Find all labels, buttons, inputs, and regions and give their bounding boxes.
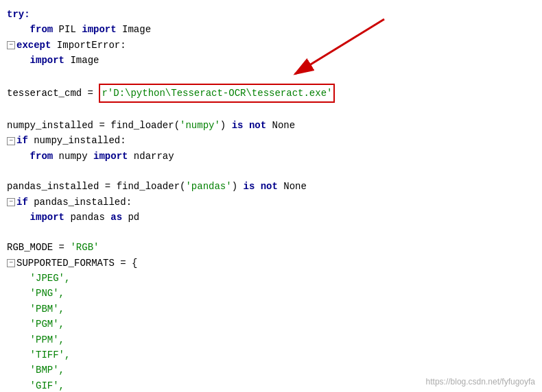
jpeg-string: 'JPEG', bbox=[30, 271, 71, 286]
jpeg-line: 'JPEG', bbox=[7, 271, 535, 286]
import-keyword3: import bbox=[93, 149, 128, 164]
pandas-installed-line: pandas_installed = find_loader( 'pandas'… bbox=[7, 179, 535, 194]
indent bbox=[7, 149, 30, 164]
gif-string: 'GIF', bbox=[30, 378, 64, 392]
indent bbox=[7, 363, 30, 378]
except-line: − except ImportError: bbox=[7, 38, 535, 53]
indent bbox=[7, 378, 30, 392]
pandas-installed-text: pandas_installed = find_loader( bbox=[7, 179, 185, 194]
tesseract-line: tesseract_cmd = r'D:\python\Tesseract-OC… bbox=[7, 84, 535, 103]
collapse-except-icon[interactable]: − bbox=[7, 41, 15, 49]
if-numpy-line: − if numpy_installed: bbox=[7, 133, 535, 148]
importerror-text: ImportError: bbox=[51, 38, 126, 53]
pandas-is-not: ) bbox=[232, 179, 244, 194]
is-not-keyword2: is not bbox=[243, 179, 277, 194]
pbm-line: 'PBM', bbox=[7, 302, 535, 317]
empty-line-4 bbox=[7, 225, 535, 240]
if-keyword: if bbox=[16, 133, 28, 148]
none-text: None bbox=[266, 118, 295, 133]
numpy-string: 'numpy' bbox=[180, 118, 220, 133]
from-pil-line: from PIL import Image bbox=[7, 22, 535, 37]
if-keyword2: if bbox=[16, 195, 28, 210]
indent bbox=[7, 271, 30, 286]
indent bbox=[7, 210, 30, 225]
collapse-numpy-icon[interactable]: − bbox=[7, 137, 15, 145]
from-keyword2: from bbox=[30, 149, 54, 164]
pil-text: PIL bbox=[53, 22, 82, 37]
import-keyword: import bbox=[82, 22, 116, 37]
image-text: Image bbox=[117, 22, 151, 37]
pd-text: pd bbox=[122, 210, 139, 225]
tiff-line: 'TIFF', bbox=[7, 347, 535, 363]
code-container: try: from PIL import Image − except Impo… bbox=[0, 0, 542, 392]
try-keyword: try: bbox=[7, 7, 30, 22]
indent bbox=[7, 332, 30, 347]
supported-formats-text: SUPPORTED_FORMATS = { bbox=[16, 256, 137, 271]
ppm-line: 'PPM', bbox=[7, 332, 535, 347]
rgb-mode-text: RGB_MODE = bbox=[7, 240, 70, 255]
bmp-line: 'BMP', bbox=[7, 363, 535, 378]
indent bbox=[7, 317, 30, 332]
watermark: https://blog.csdn.net/fyfugoyfa bbox=[426, 377, 535, 387]
pbm-string: 'PBM', bbox=[30, 302, 64, 317]
import-keyword2: import bbox=[30, 53, 64, 68]
indent bbox=[7, 286, 30, 301]
from-numpy-line: from numpy import ndarray bbox=[7, 149, 535, 164]
tiff-string: 'TIFF', bbox=[30, 347, 71, 363]
supported-formats-line: − SUPPORTED_FORMATS = { bbox=[7, 256, 535, 271]
import-image-line: import Image bbox=[7, 53, 535, 68]
empty-line-1 bbox=[7, 69, 535, 84]
empty-line-2 bbox=[7, 103, 535, 118]
ppm-string: 'PPM', bbox=[30, 332, 64, 347]
from-keyword: from bbox=[30, 22, 54, 37]
indent bbox=[7, 302, 30, 317]
numpy-text: numpy bbox=[53, 149, 93, 164]
tesseract-path-string: r'D:\python\Tesseract-OCR\tesseract.exe' bbox=[99, 84, 335, 103]
none-text2: None bbox=[278, 179, 307, 194]
bmp-string: 'BMP', bbox=[30, 363, 64, 378]
as-keyword: as bbox=[110, 210, 122, 225]
indent bbox=[7, 22, 30, 37]
pgm-line: 'PGM', bbox=[7, 317, 535, 332]
indent bbox=[7, 347, 30, 363]
pandas-text: pandas bbox=[64, 210, 110, 225]
numpy-is-not: ) bbox=[220, 118, 232, 133]
pgm-string: 'PGM', bbox=[30, 317, 64, 332]
empty-line-3 bbox=[7, 164, 535, 179]
collapse-formats-icon[interactable]: − bbox=[7, 259, 15, 267]
try-line: try: bbox=[7, 7, 535, 22]
import-keyword4: import bbox=[30, 210, 64, 225]
import-pandas-line: import pandas as pd bbox=[7, 210, 535, 225]
ndarray-text: ndarray bbox=[128, 149, 174, 164]
image-text2: Image bbox=[64, 53, 99, 68]
rgb-mode-line: RGB_MODE = 'RGB' bbox=[7, 240, 535, 255]
png-string: 'PNG', bbox=[30, 286, 64, 301]
tesseract-cmd-text: tesseract_cmd = bbox=[7, 86, 99, 101]
rgb-string: 'RGB' bbox=[70, 240, 99, 255]
except-keyword: except bbox=[16, 38, 51, 53]
numpy-installed-cond: numpy_installed: bbox=[28, 133, 126, 148]
png-line: 'PNG', bbox=[7, 286, 535, 301]
is-not-keyword: is not bbox=[232, 118, 266, 133]
collapse-pandas-icon[interactable]: − bbox=[7, 198, 15, 206]
pandas-installed-cond: pandas_installed: bbox=[28, 195, 132, 210]
numpy-installed-line: numpy_installed = find_loader( 'numpy' )… bbox=[7, 118, 535, 133]
numpy-installed-text: numpy_installed = find_loader( bbox=[7, 118, 180, 133]
if-pandas-line: − if pandas_installed: bbox=[7, 195, 535, 210]
pandas-string: 'pandas' bbox=[185, 179, 231, 194]
indent bbox=[7, 53, 30, 68]
